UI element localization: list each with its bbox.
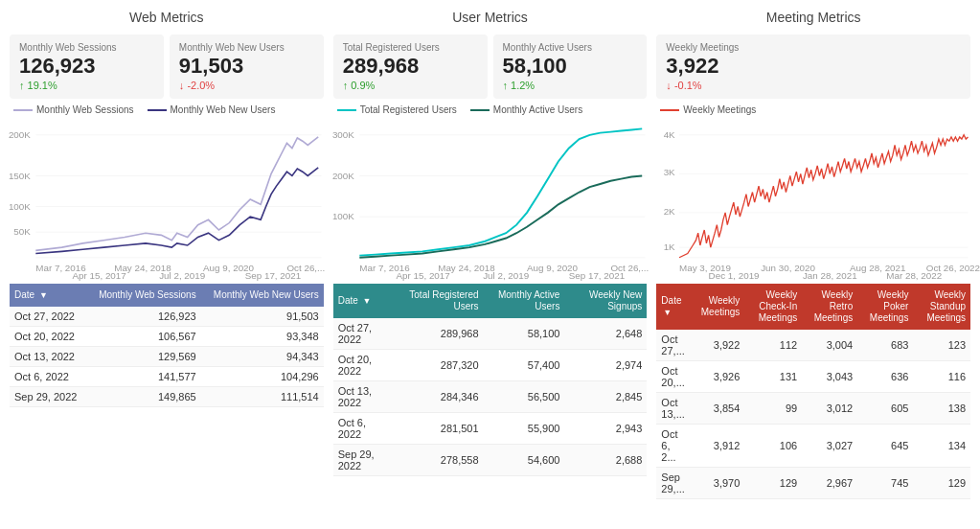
table-row: Sep 29,...3,9701292,967745129 <box>656 468 970 499</box>
table-row: Oct 20, 2022106,56793,348 <box>10 327 324 347</box>
svg-text:Apr 15, 2017: Apr 15, 2017 <box>396 270 449 281</box>
retro-meetings-header[interactable]: Weekly Retro Meetings <box>802 284 857 330</box>
web-metrics-panel: Web Metrics Monthly Web Sessions 126,923… <box>10 10 324 276</box>
meeting-table: Date ▼ Weekly Meetings Weekly Check-In M… <box>656 284 970 499</box>
table-row: Sep 29, 2022278,55854,6002,688 <box>333 445 648 476</box>
user-table-panel: Date ▼ Total Registered Users Monthly Ac… <box>333 284 648 499</box>
web-new-users-value: 91,503 <box>179 55 314 78</box>
monthly-active-card: Monthly Active Users 58,100 ↑ 1.2% <box>493 34 648 99</box>
svg-text:150K: 150K <box>9 171 31 181</box>
weekly-meetings-header[interactable]: Weekly Meetings <box>693 284 745 330</box>
web-legend-new-users-line <box>148 109 167 111</box>
table-row: Oct 13, 2022284,34656,5002,845 <box>333 381 648 413</box>
web-sessions-card: Monthly Web Sessions 126,923 ↑ 19.1% <box>10 34 164 99</box>
svg-text:300K: 300K <box>332 129 354 140</box>
dashboard: Web Metrics Monthly Web Sessions 126,923… <box>0 0 980 509</box>
user-chart: 300K 200K 100K Mar 7, 2016 May 24, 2018 <box>333 123 648 276</box>
table-row: Oct 13, 2022129,56994,343 <box>10 347 324 367</box>
svg-text:Sep 17, 2021: Sep 17, 2021 <box>245 270 301 281</box>
svg-text:Apr 15, 2017: Apr 15, 2017 <box>73 270 126 281</box>
table-row: Oct 20,...3,9261313,043636116 <box>656 361 970 393</box>
web-sessions-label: Monthly Web Sessions <box>19 42 154 53</box>
svg-text:Jul 2, 2019: Jul 2, 2019 <box>159 270 205 281</box>
web-chart-svg: 200K 150K 100K 50K Mar 7, 2016 <box>10 123 324 276</box>
svg-text:4K: 4K <box>664 129 676 140</box>
web-legend-sessions-line <box>13 109 33 111</box>
meeting-chart: 4K 3K 2K 1K May 3, 2019 Jun 30, 2020 Aug <box>656 123 970 276</box>
table-row: Oct 6, 2022141,577104,296 <box>10 367 324 387</box>
meeting-metrics-panel: Meeting Metrics Weekly Meetings 3,922 ↓ … <box>656 10 970 276</box>
svg-text:Dec 1, 2019: Dec 1, 2019 <box>709 270 760 281</box>
user-legend-active-label: Monthly Active Users <box>493 104 582 115</box>
monthly-active-header[interactable]: Monthly Active Users <box>484 284 565 318</box>
web-chart-legend: Monthly Web Sessions Monthly Web New Use… <box>10 104 324 115</box>
table-row: Oct 27, 2022126,92391,503 <box>10 307 324 327</box>
web-table: Date ▼ Monthly Web Sessions Monthly Web … <box>10 284 324 407</box>
svg-text:Jan 28, 2021: Jan 28, 2021 <box>803 270 857 281</box>
svg-text:100K: 100K <box>332 212 354 222</box>
monthly-active-change: ↑ 1.2% <box>503 80 638 91</box>
svg-text:50K: 50K <box>13 227 31 238</box>
meeting-legend-weekly-label: Weekly Meetings <box>683 104 756 115</box>
monthly-active-label: Monthly Active Users <box>503 42 638 53</box>
web-sessions-value: 126,923 <box>19 55 154 78</box>
user-legend-total-line <box>337 109 356 111</box>
table-row: Oct 27,...3,9221123,004683123 <box>656 330 970 361</box>
user-legend-active-line <box>470 109 490 111</box>
svg-text:2K: 2K <box>664 206 676 217</box>
user-metrics-panel: User Metrics Total Registered Users 289,… <box>333 10 648 276</box>
web-legend-sessions-label: Monthly Web Sessions <box>36 104 134 115</box>
svg-text:Sep 17, 2021: Sep 17, 2021 <box>568 270 624 281</box>
user-legend-total: Total Registered Users <box>337 104 457 115</box>
poker-meetings-header[interactable]: Weekly Poker Meetings <box>857 284 913 330</box>
user-stat-cards: Total Registered Users 289,968 ↑ 0.9% Mo… <box>333 34 648 99</box>
total-registered-label: Total Registered Users <box>343 42 478 53</box>
monthly-active-value: 58,100 <box>503 55 638 78</box>
bottom-section: Date ▼ Monthly Web Sessions Monthly Web … <box>10 284 970 499</box>
meeting-chart-svg: 4K 3K 2K 1K May 3, 2019 Jun 30, 2020 Aug <box>656 123 970 276</box>
user-chart-legend: Total Registered Users Monthly Active Us… <box>333 104 648 115</box>
table-row: Oct 20, 2022287,32057,4002,974 <box>333 350 648 381</box>
web-table-panel: Date ▼ Monthly Web Sessions Monthly Web … <box>10 284 324 499</box>
table-row: Oct 6, 2...3,9121063,027645134 <box>656 425 970 468</box>
checkin-meetings-header[interactable]: Weekly Check-In Meetings <box>744 284 802 330</box>
web-stat-cards: Monthly Web Sessions 126,923 ↑ 19.1% Mon… <box>10 34 324 99</box>
meeting-date-header[interactable]: Date ▼ <box>656 284 692 330</box>
svg-text:3K: 3K <box>664 168 676 178</box>
total-registered-card: Total Registered Users 289,968 ↑ 0.9% <box>333 34 488 99</box>
web-legend-new-users: Monthly Web New Users <box>148 104 276 115</box>
table-row: Sep 29, 2022149,865111,514 <box>10 387 324 407</box>
user-chart-svg: 300K 200K 100K Mar 7, 2016 May 24, 2018 <box>333 123 648 276</box>
svg-text:200K: 200K <box>9 129 31 140</box>
total-registered-change: ↑ 0.9% <box>343 80 478 91</box>
web-sessions-header[interactable]: Monthly Web Sessions <box>87 284 201 307</box>
web-metrics-title: Web Metrics <box>10 10 324 29</box>
web-date-header[interactable]: Date ▼ <box>10 284 87 307</box>
table-row: Oct 13,...3,854993,012605138 <box>656 393 970 425</box>
meeting-table-panel: Date ▼ Weekly Meetings Weekly Check-In M… <box>656 284 970 499</box>
svg-text:200K: 200K <box>332 171 354 181</box>
meeting-metrics-title: Meeting Metrics <box>656 10 970 29</box>
web-sessions-change: ↑ 19.1% <box>19 80 154 91</box>
meeting-chart-legend: Weekly Meetings <box>656 104 970 115</box>
user-date-header[interactable]: Date ▼ <box>333 284 393 318</box>
svg-text:100K: 100K <box>9 201 31 212</box>
weekly-meetings-label: Weekly Meetings <box>666 42 961 53</box>
web-chart: 200K 150K 100K 50K Mar 7, 2016 <box>10 123 324 276</box>
total-reg-header[interactable]: Total Registered Users <box>393 284 483 318</box>
standup-meetings-header[interactable]: Weekly Standup Meetings <box>913 284 970 330</box>
svg-text:Mar 28, 2022: Mar 28, 2022 <box>887 270 943 281</box>
weekly-new-signups-header[interactable]: Weekly New Signups <box>564 284 647 318</box>
weekly-meetings-change: ↓ -0.1% <box>666 80 961 91</box>
web-new-users-change: ↓ -2.0% <box>179 80 314 91</box>
meeting-stat-cards: Weekly Meetings 3,922 ↓ -0.1% <box>656 34 970 99</box>
web-new-users-label: Monthly Web New Users <box>179 42 314 53</box>
web-new-users-header[interactable]: Monthly Web New Users <box>201 284 324 307</box>
top-section: Web Metrics Monthly Web Sessions 126,923… <box>10 10 970 276</box>
user-metrics-title: User Metrics <box>333 10 648 29</box>
user-table: Date ▼ Total Registered Users Monthly Ac… <box>333 284 648 476</box>
web-legend-sessions: Monthly Web Sessions <box>13 104 134 115</box>
meeting-legend-weekly: Weekly Meetings <box>660 104 756 115</box>
table-row: Oct 27, 2022289,96858,1002,648 <box>333 318 648 350</box>
table-row: Oct 6, 2022281,50155,9002,943 <box>333 413 648 445</box>
